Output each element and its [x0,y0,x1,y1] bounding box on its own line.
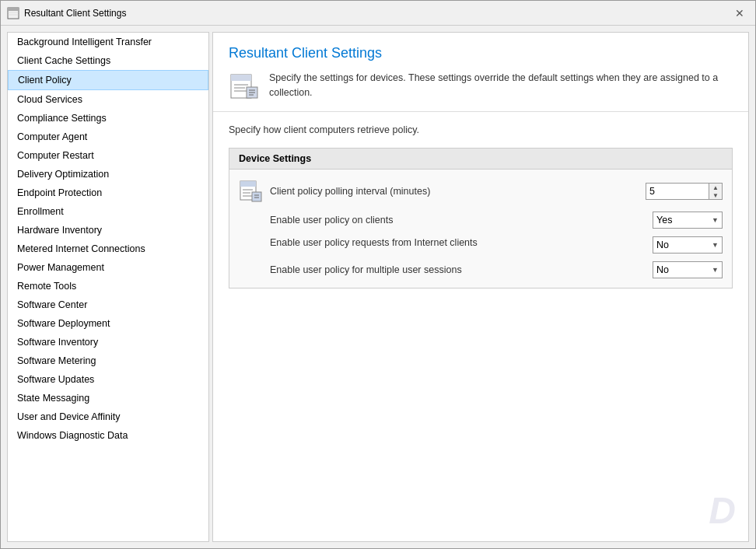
spinbox-buttons: ▲ ▼ [709,184,722,199]
setting-icon-polling [239,179,264,204]
window-body: Background Intelligent TransferClient Ca… [1,26,755,548]
setting-row-multi-session: Enable user policy for multiple user ses… [270,261,723,278]
sidebar-item-14[interactable]: Software Center [8,295,208,314]
sidebar-item-8[interactable]: Endpoint Protection [8,184,208,202]
close-button[interactable]: ✕ [730,4,749,23]
setting-label-multi-session: Enable user policy for multiple user ses… [270,264,646,275]
title-bar-left: Resultant Client Settings [7,7,126,19]
svg-rect-1 [8,8,19,11]
spinbox-up-button[interactable]: ▲ [709,184,722,191]
sidebar-item-19[interactable]: State Messaging [8,389,208,407]
main-header-body: Specify the settings for devices. These … [229,71,733,102]
dropdown-arrow-multi-session: ▼ [712,266,719,274]
main-body: Specify how client computers retrieve po… [213,112,748,541]
sidebar-item-21[interactable]: Windows Diagnostic Data [8,426,208,445]
device-settings-box: Device Settings [229,148,733,288]
window-icon [7,7,19,19]
svg-rect-18 [252,192,261,201]
sidebar-item-1[interactable]: Client Cache Settings [8,51,208,70]
header-description: Specify the settings for devices. These … [269,71,733,100]
sidebar-item-18[interactable]: Software Updates [8,370,208,389]
sidebar-item-6[interactable]: Computer Restart [8,146,208,165]
sidebar-item-17[interactable]: Software Metering [8,351,208,370]
main-content: Resultant Client Settings [212,32,749,542]
device-settings-header: Device Settings [229,149,732,170]
dropdown-arrow-internet-policy: ▼ [712,241,719,249]
sidebar: Background Intelligent TransferClient Ca… [7,32,209,542]
dropdown-multi-session[interactable]: No ▼ [653,261,723,278]
dropdown-internet-policy[interactable]: No ▼ [653,236,723,254]
sidebar-item-10[interactable]: Hardware Inventory [8,221,208,240]
svg-rect-5 [231,75,251,81]
sidebar-item-3[interactable]: Cloud Services [8,90,208,109]
sidebar-item-20[interactable]: User and Device Affinity [8,407,208,426]
dropdown-value-internet-policy: No [656,240,669,250]
setting-row-polling: Client policy polling interval (minutes)… [239,179,723,204]
sidebar-item-7[interactable]: Delivery Optimization [8,165,208,184]
dropdown-user-policy[interactable]: Yes ▼ [653,212,723,229]
sidebar-item-16[interactable]: Software Inventory [8,333,208,351]
spinbox-down-button[interactable]: ▼ [709,191,722,199]
title-bar: Resultant Client Settings ✕ [1,1,755,26]
device-settings-body: Client policy polling interval (minutes)… [229,170,732,288]
sidebar-item-9[interactable]: Enrollment [8,202,208,221]
window-title: Resultant Client Settings [24,8,126,19]
main-title: Resultant Client Settings [229,45,733,61]
sidebar-item-4[interactable]: Compliance Settings [8,109,208,128]
setting-label-polling: Client policy polling interval (minutes) [270,186,639,197]
sidebar-item-13[interactable]: Remote Tools [8,277,208,295]
setting-label-internet-policy: Enable user policy requests from Interne… [270,236,646,250]
dropdown-value-user-policy: Yes [656,215,672,226]
main-header: Resultant Client Settings [213,33,748,112]
setting-label-user-policy: Enable user policy on clients [270,215,646,226]
spinbox-polling[interactable]: ▲ ▼ [646,183,723,200]
header-icon [229,71,260,102]
setting-row-internet-policy: Enable user policy requests from Interne… [270,236,723,254]
sidebar-item-11[interactable]: Metered Internet Connections [8,240,208,258]
sidebar-item-5[interactable]: Computer Agent [8,128,208,146]
spinbox-input[interactable] [646,184,709,199]
dropdown-value-multi-session: No [656,264,669,275]
section-intro: Specify how client computers retrieve po… [229,124,733,135]
dropdown-arrow-user-policy: ▼ [712,216,719,224]
sidebar-item-2[interactable]: Client Policy [8,70,208,90]
sidebar-item-0[interactable]: Background Intelligent Transfer [8,33,208,51]
svg-rect-14 [240,181,256,187]
main-window: Resultant Client Settings ✕ Background I… [0,0,756,549]
sidebar-item-12[interactable]: Power Management [8,258,208,277]
sidebar-item-15[interactable]: Software Deployment [8,314,208,333]
setting-row-user-policy: Enable user policy on clients Yes ▼ [270,212,723,229]
